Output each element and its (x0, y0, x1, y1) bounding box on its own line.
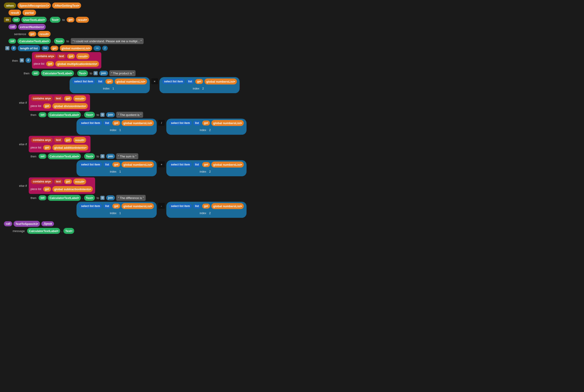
result-mult[interactable]: result (76, 53, 89, 59)
contains-div-row2: piece list get global divisionIntents (31, 103, 88, 109)
sub-intents[interactable]: global subtractionIntents (52, 186, 93, 192)
result-sub[interactable]: result (73, 178, 86, 184)
global-numbers-list-div-2[interactable]: global numbersList (211, 120, 244, 126)
calc-label-mult[interactable]: CalculatorTextLabel (41, 70, 74, 76)
global-numbers-list-div-1[interactable]: global numbersList (122, 120, 154, 126)
to-keyword-2: to (66, 40, 70, 43)
text-prop-sub[interactable]: Text (84, 195, 95, 201)
contains-any-div[interactable]: contains any (31, 96, 53, 101)
calc-label-comp-1[interactable]: CalculatorTextLabel (18, 38, 51, 44)
select-mult-1-row1: select list item list get global numbers… (72, 78, 147, 85)
text-prop-2[interactable]: Text (54, 38, 65, 44)
extract-numbers-comp[interactable]: extractNumbers (18, 24, 46, 30)
text-prop-div[interactable]: Text (84, 112, 95, 118)
mult-intents[interactable]: global multiplicationIntents (55, 61, 99, 67)
global-numbers-list-mult-2[interactable]: global numbersList (204, 78, 237, 84)
add-intents[interactable]: global additionIntents (52, 144, 88, 150)
do-label-row: do set UserTextLabel . Text to get resul… (4, 16, 580, 23)
contains-mult-row2: piece list get global multiplicationInte… (34, 60, 100, 67)
call-tts-row: call TextToSpeech1 .Speak (4, 220, 580, 227)
select-add-1-row1: select list item list get global numbers… (79, 161, 154, 168)
select-mult-1-row2: index 1 (103, 86, 117, 91)
global-numbers-list-mult-1[interactable]: global numbersList (115, 78, 147, 84)
index-label-div-1: index (110, 128, 117, 132)
when-block: when SpeechRecognizer1 .AfterGettingText (4, 2, 580, 9)
select-list-item-div-2: select list item (169, 120, 192, 126)
calc-label-msg[interactable]: CalculatorTextLabel (27, 228, 60, 234)
get-sub-sel-1: get (112, 204, 120, 208)
sub-selects-row: select list item list get global numbers… (77, 202, 580, 218)
call-keyword-1: call (9, 24, 17, 30)
user-text-label-comp[interactable]: UserTextLabel (21, 17, 47, 23)
index-val-sub-2: 2 (207, 211, 213, 216)
to-kw-mult: to (89, 72, 93, 75)
then-outer-block: then ⚙ if contains any text get result (12, 52, 580, 218)
select-sub-1: select list item list get global numbers… (77, 202, 157, 218)
text-prop-1[interactable]: Text (50, 17, 61, 23)
sub-op: - (158, 203, 165, 209)
contains-any-sub[interactable]: contains any (31, 179, 53, 184)
contains-add-row2: piece list get global additionIntents (31, 144, 89, 151)
contains-any-mult[interactable]: contains any (34, 54, 56, 59)
index-label-sub-1: index (110, 212, 117, 215)
gear-icon-join-div: ⚙ (100, 113, 105, 117)
index-val-div-1: 1 (117, 128, 123, 133)
contains-sub-row2: piece list get global subtractionIntents (31, 186, 93, 192)
join-label-mult: join (99, 71, 108, 76)
select-div-2-row1: select list item list get global numbers… (169, 120, 244, 126)
index-label-add-2: index (200, 170, 206, 173)
get-keyword-2: get (29, 32, 36, 36)
contains-any-add[interactable]: contains any (31, 138, 53, 142)
list-kw-add-2: list (193, 162, 201, 167)
global-numbers-list-add-1[interactable]: global numbersList (122, 162, 154, 168)
partial-param[interactable]: partial (23, 10, 36, 16)
list-kw-mult-2: list (186, 79, 194, 84)
global-numbers-list-add-2[interactable]: global numbersList (211, 162, 244, 168)
index-val-mult-2: 2 (200, 86, 206, 91)
message-label: message (13, 229, 25, 233)
to-keyword-1: to (61, 18, 66, 22)
eq-op[interactable]: = (94, 46, 101, 51)
to-kw-add: to (96, 155, 100, 158)
get-div-2: get (43, 104, 51, 108)
text-kw-add: text (54, 138, 63, 142)
speech-recognizer-component[interactable]: SpeechRecognizer1 (18, 2, 51, 8)
text-prop-mult[interactable]: Text (77, 70, 88, 76)
text-kw-div: text (54, 96, 63, 101)
speak-event: .Speak (41, 221, 54, 226)
result-val-1[interactable]: result (76, 17, 89, 23)
div-intents[interactable]: global divisionIntents (52, 103, 88, 109)
set-keyword-2: set (9, 38, 16, 44)
index-label-sub-2: index (200, 212, 206, 215)
calc-label-add[interactable]: CalculatorTextLabel (48, 153, 81, 159)
set-kw-mult: set (32, 71, 39, 76)
global-numbers-list-main[interactable]: global numbersList (60, 45, 92, 51)
calc-label-sub[interactable]: CalculatorTextLabel (48, 195, 81, 201)
after-getting-text-event[interactable]: .AfterGettingText (52, 2, 81, 8)
global-numbers-list-sub-2[interactable]: global numbersList (211, 203, 244, 209)
then-mult-set-block: then set CalculatorTextLabel . Text to ⚙… (24, 70, 580, 93)
then-add-label: then set CalculatorTextLabel . Text to ⚙… (31, 153, 580, 160)
piece-list-label-div: piece list (31, 104, 42, 108)
select-sub-2: select list item list get global numbers… (166, 202, 246, 218)
sub-selects-inner: select list item list get global numbers… (77, 202, 580, 218)
gear-icon-join-mult: ⚙ (94, 71, 98, 75)
select-mult-2-row2: index 2 (193, 86, 206, 91)
get-mult: get (67, 54, 75, 59)
calc-label-div[interactable]: CalculatorTextLabel (48, 112, 81, 118)
tts-comp[interactable]: TextToSpeech1 (14, 221, 40, 227)
result-div[interactable]: result (73, 96, 86, 102)
get-sub-sel-2: get (202, 204, 210, 208)
join-label-div: join (106, 112, 115, 117)
result-param[interactable]: result (9, 10, 21, 16)
select-add-2-row1: select list item list get global numbers… (169, 161, 244, 168)
select-sub-2-row2: index 2 (200, 210, 213, 216)
text-prop-add[interactable]: Text (84, 153, 95, 159)
set-calc-string-row: set CalculatorTextLabel . Text to " I co… (8, 38, 580, 44)
get-keyword-length: get (51, 46, 58, 51)
text-prop-msg[interactable]: Text (63, 228, 74, 234)
result-val-sentence[interactable]: result (38, 31, 51, 37)
global-numbers-list-sub-1[interactable]: global numbersList (122, 203, 154, 209)
then-label-add-kw: then (31, 155, 36, 158)
result-add[interactable]: result (73, 137, 86, 143)
